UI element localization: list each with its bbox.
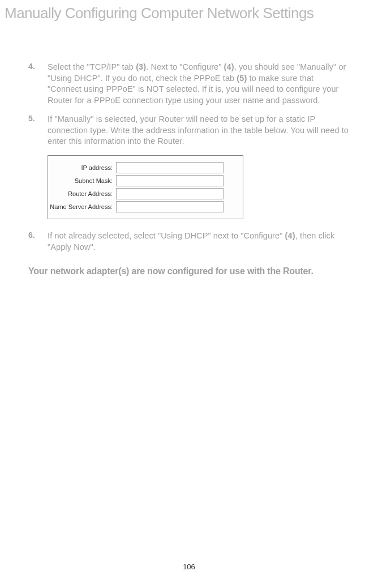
- input-subnet-mask[interactable]: [116, 175, 224, 186]
- label-name-server: Name Server Address:: [48, 203, 116, 210]
- text-fragment: . Next to "Configure": [146, 62, 224, 71]
- step-text: If "Manually" is selected, your Router w…: [48, 114, 350, 147]
- step-number: 5.: [28, 114, 48, 147]
- label-subnet-mask: Subnet Mask:: [48, 177, 116, 184]
- step-6: 6. If not already selected, select "Usin…: [28, 231, 350, 253]
- step-4: 4. Select the "TCP/IP" tab (3). Next to …: [28, 62, 350, 106]
- label-ip-address: IP address:: [48, 164, 116, 171]
- conclusion-text: Your network adapter(s) are now configur…: [28, 266, 350, 276]
- page-content: 4. Select the "TCP/IP" tab (3). Next to …: [0, 22, 378, 276]
- text-fragment: If not already selected, select "Using D…: [48, 231, 285, 240]
- input-name-server[interactable]: [116, 201, 224, 212]
- input-router-address[interactable]: [116, 188, 224, 199]
- form-row-router: Router Address:: [48, 188, 237, 199]
- page-header: Manually Configuring Computer Network Se…: [0, 0, 378, 22]
- bold-ref-5: (5): [237, 74, 247, 83]
- text-fragment: Select the "TCP/IP" tab: [48, 62, 136, 71]
- step-5: 5. If "Manually" is selected, your Route…: [28, 114, 350, 147]
- bold-ref-3: (3): [136, 62, 146, 71]
- step-number: 6.: [28, 231, 48, 253]
- network-settings-form: IP address: Subnet Mask: Router Address:…: [48, 155, 243, 219]
- step-text: If not already selected, select "Using D…: [48, 231, 350, 253]
- bold-ref-4: (4): [285, 231, 295, 240]
- form-row-ip: IP address:: [48, 162, 237, 173]
- form-row-nameserver: Name Server Address:: [48, 201, 237, 212]
- form-row-subnet: Subnet Mask:: [48, 175, 237, 186]
- page-number: 106: [0, 563, 378, 571]
- input-ip-address[interactable]: [116, 162, 224, 173]
- step-number: 4.: [28, 62, 48, 106]
- step-text: Select the "TCP/IP" tab (3). Next to "Co…: [48, 62, 350, 106]
- label-router-address: Router Address:: [48, 190, 116, 197]
- bold-ref-4: (4): [224, 62, 234, 71]
